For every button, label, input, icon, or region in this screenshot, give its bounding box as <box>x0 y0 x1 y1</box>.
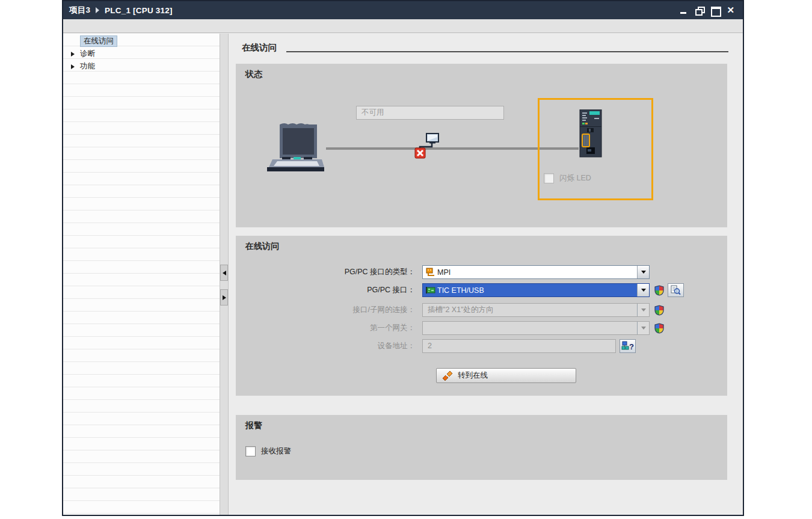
breadcrumb-separator-icon <box>96 7 99 13</box>
status-title: 状态 <box>245 69 262 80</box>
sidebar-item-online-access[interactable]: 在线访问 <box>63 35 220 48</box>
status-panel: 状态 不可用 <box>236 64 727 227</box>
pg-pc-interface-combobox[interactable]: TIC ETH/USB <box>422 283 650 297</box>
expand-arrow-icon[interactable] <box>71 64 75 69</box>
dropdown-arrow-icon[interactable] <box>637 284 649 296</box>
main-content: 在线访问 状态 不可用 <box>229 34 743 515</box>
dropdown-arrow-icon[interactable] <box>637 266 649 278</box>
online-access-panel: 在线访问 PG/PC 接口的类型： MPI <box>236 236 727 396</box>
subnet-combobox: 插槽"2 X1"处的方向 <box>422 303 650 317</box>
flash-led-checkbox <box>544 173 554 183</box>
sidebar-item-diagnostics[interactable]: 诊断 <box>63 48 220 60</box>
online-access-title: 在线访问 <box>245 241 279 252</box>
gateway-combobox <box>422 321 650 335</box>
device-online-window: 项目3 PLC_1 [CPU 312] ✕ 在线访问 诊断 功能 在线访问 <box>62 0 744 516</box>
subnet-row: 接口/子网的连接： 插槽"2 X1"处的方向 <box>236 303 665 317</box>
page-title: 在线访问 <box>242 42 277 54</box>
window-controls: ✕ <box>680 7 737 14</box>
plc-module-icon <box>579 109 602 160</box>
dropdown-arrow-icon <box>637 322 649 334</box>
breadcrumb-device: PLC_1 [CPU 312] <box>105 6 173 15</box>
subnet-value: 插槽"2 X1"处的方向 <box>428 305 637 315</box>
alarms-panel: 报警 接收报警 <box>236 415 727 480</box>
detect-interface-button[interactable] <box>668 283 684 297</box>
device-address-input: 2 <box>422 339 616 353</box>
go-online-button[interactable]: 转到在线 <box>436 368 576 383</box>
arrow-right-icon <box>223 295 226 300</box>
pg-pc-type-value: MPI <box>437 268 637 277</box>
pg-pc-type-combobox[interactable]: MPI <box>422 265 650 279</box>
subnet-label: 接口/子网的连接： <box>236 305 422 315</box>
mpi-plug-icon <box>423 268 437 277</box>
gateway-row: 第一个网关： <box>236 321 665 335</box>
flash-led-row: 闪烁 LED <box>544 173 591 183</box>
gateway-label: 第一个网关： <box>236 323 422 333</box>
pg-pc-type-row: PG/PC 接口的类型： MPI <box>236 265 650 279</box>
flash-led-label: 闪烁 LED <box>559 173 591 183</box>
restore-icon[interactable] <box>695 7 704 14</box>
security-shield-icon <box>654 305 665 316</box>
title-bar: 项目3 PLC_1 [CPU 312] ✕ <box>63 1 743 19</box>
close-icon[interactable]: ✕ <box>727 7 734 14</box>
security-shield-icon <box>654 323 665 334</box>
status-unavailable-field: 不可用 <box>356 106 504 120</box>
toolbar-strip <box>63 19 743 33</box>
receive-alarms-row: 接收报警 <box>245 446 291 456</box>
accessible-devices-button[interactable]: ? <box>620 339 636 353</box>
expand-right-handle[interactable] <box>220 289 228 306</box>
security-shield-icon <box>654 285 665 296</box>
pg-pc-interface-value: TIC ETH/USB <box>437 286 637 295</box>
network-card-icon <box>423 286 437 294</box>
expand-arrow-icon[interactable] <box>71 52 75 57</box>
alarms-title: 报警 <box>245 420 262 431</box>
pg-pc-type-label: PG/PC 接口的类型： <box>236 267 422 277</box>
minimize-icon[interactable] <box>680 7 688 14</box>
disconnected-red-x-icon <box>413 133 444 163</box>
go-online-label: 转到在线 <box>458 370 488 381</box>
dropdown-arrow-icon <box>637 304 649 316</box>
pg-pc-interface-row: PG/PC 接口： TIC ETH/USB <box>236 283 684 297</box>
svg-text:?: ? <box>629 342 634 351</box>
sidebar-splitter[interactable] <box>220 34 229 515</box>
device-address-row: 设备地址： 2 ? <box>236 339 636 353</box>
device-address-label: 设备地址： <box>236 341 422 351</box>
go-online-plug-icon <box>442 370 453 381</box>
maximize-icon[interactable] <box>711 7 719 14</box>
navigation-sidebar: 在线访问 诊断 功能 <box>63 34 220 515</box>
collapse-left-handle[interactable] <box>220 265 228 281</box>
accessible-devices-question-icon: ? <box>621 341 634 351</box>
title-rule <box>286 51 728 52</box>
arrow-left-icon <box>223 271 226 275</box>
receive-alarms-label: 接收报警 <box>261 446 291 456</box>
pg-pc-interface-label: PG/PC 接口： <box>236 285 422 295</box>
list-magnifier-icon <box>671 285 681 295</box>
pg-pc-laptop-icon <box>264 122 324 177</box>
sidebar-item-functions[interactable]: 功能 <box>63 60 220 73</box>
receive-alarms-checkbox[interactable] <box>245 446 256 456</box>
breadcrumb-project: 项目3 <box>69 5 90 16</box>
